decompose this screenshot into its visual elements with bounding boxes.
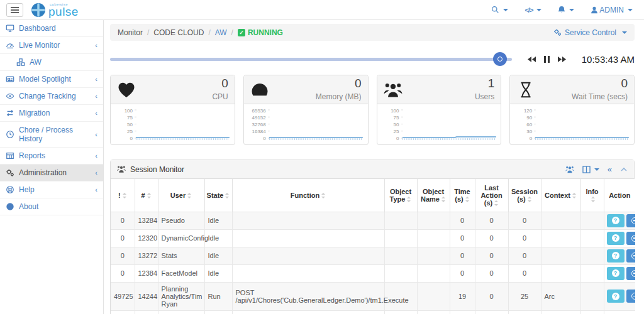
menu-toggle-button[interactable] [6,3,23,17]
col-time[interactable]: Time (s) [450,179,475,212]
cell-info [580,282,604,310]
chevron-left-icon: ‹ [95,186,97,193]
caret-down-icon [622,31,627,34]
cell-context [541,229,580,247]
cell-info [580,310,604,314]
top-navbar: cubewise pulse </> ADMIN [0,0,644,20]
eye-icon [6,92,14,100]
col-object-type[interactable]: Object Type [384,179,417,212]
col-last-action[interactable]: Last Action (s) [475,179,508,212]
cell-context: Arc [541,282,580,310]
main-content: Monitor / CODE CLOUD / AW / ✓ RUNNING Se… [104,20,644,314]
wait-time-card: 0 Wait Time (secs) 12090 6030 0 [509,75,635,145]
col-user[interactable]: User [158,179,204,212]
sidebar-item-model-spotlight[interactable]: Model Spotlight ‹ [0,71,103,88]
cell-id: 13384 [135,310,158,314]
sidebar-label: Reports [19,151,91,160]
slider-track[interactable] [110,58,512,61]
forward-button[interactable] [556,54,568,64]
cell-time: 0 [450,229,475,247]
session-info-button[interactable]: ? [607,249,625,263]
col-info[interactable]: Info [580,179,604,212]
users-icon [384,81,402,99]
cell-time: 0 [450,264,475,282]
admin-user-menu[interactable]: ADMIN [591,6,633,14]
col-id[interactable]: # [135,179,158,212]
col-function[interactable]: Function [232,179,384,212]
cell-context [541,212,580,229]
cell-info [580,229,604,247]
question-circle-icon: ? [612,269,619,277]
col-state[interactable]: State [204,179,232,212]
show-users-button[interactable] [565,166,574,173]
pause-button[interactable] [543,54,551,64]
breadcrumb-monitor[interactable]: Monitor [118,28,143,37]
session-info-button[interactable]: ? [607,232,625,245]
breadcrumb-aw[interactable]: AW [215,28,227,37]
table-icon [6,151,14,160]
exchange-icon [6,109,14,117]
time-slider[interactable] [110,52,512,66]
breadcrumb-code-cloud[interactable]: CODE CLOUD [153,28,204,37]
search-menu[interactable] [491,6,508,14]
tachometer-icon [6,41,14,50]
cell-user: FacetModel [158,264,204,282]
breadcrumb: Monitor / CODE CLOUD / AW / ✓ RUNNING Se… [110,24,635,41]
service-control-dropdown[interactable]: Service Control [553,28,627,37]
cell-object-type [384,264,417,282]
newspaper-icon [6,75,14,84]
memory-sparkline-chart [268,107,364,142]
col-alert[interactable]: ! [111,179,135,212]
sidebar-item-live-monitor[interactable]: Live Monitor ‹ [0,37,103,54]
sidebar-item-aw[interactable]: AW [0,54,103,71]
sidebar-item-administration[interactable]: Administration ‹ [0,165,103,181]
col-session[interactable]: Session (s) [508,179,541,212]
question-circle-icon: ? [612,252,619,259]
collapse-panel-button[interactable] [620,166,628,173]
cell-alert: 0 [111,264,135,282]
gears-icon [6,168,14,177]
cell-user: Stats [158,247,204,264]
col-context[interactable]: Context [541,179,580,212]
minus-circle-icon [631,252,635,259]
slider-handle[interactable] [493,52,507,66]
sidebar-item-dashboard[interactable]: Dashboard [0,20,103,37]
sort-icon [494,200,499,206]
pulse-logo[interactable]: cubewise pulse [31,3,79,18]
cell-session: 0 [508,247,541,264]
session-cancel-button[interactable] [626,249,636,263]
session-cancel-button[interactable] [626,290,636,303]
cpu-label: CPU [212,92,228,101]
stat-cards: 0 CPU 10075 5025 0 [110,75,635,145]
breadcrumb-separator: / [208,28,210,37]
breadcrumb-separator: / [231,28,233,37]
sidebar-item-help[interactable]: Help ‹ [0,181,103,198]
sidebar-item-reports[interactable]: Reports ‹ [0,148,103,165]
sort-icon [407,197,411,202]
sidebar-item-about[interactable]: About [0,198,103,215]
notifications-menu[interactable] [558,6,574,14]
session-cancel-button[interactable] [626,214,636,227]
cell-id: 13284 [135,212,158,229]
cell-info [580,264,604,282]
session-info-button[interactable]: ? [607,290,625,303]
cell-actions: ? [604,282,635,310]
cell-session: 0 [508,212,541,229]
minus-circle-icon [631,217,635,224]
collapse-left-button[interactable]: « [608,165,612,174]
code-menu[interactable]: </> [525,6,541,14]
cell-session: 0 [508,229,541,247]
session-cancel-button[interactable] [626,232,636,245]
col-action[interactable]: Action [604,179,635,212]
session-info-button[interactable]: ? [607,214,625,227]
cell-object-type [384,212,417,229]
session-cancel-button[interactable] [626,267,636,280]
col-object-name[interactable]: Object Name [417,179,450,212]
session-info-button[interactable]: ? [607,267,625,280]
sidebar-item-change-tracking[interactable]: Change Tracking ‹ [0,88,103,105]
columns-dropdown-button[interactable] [582,166,599,173]
rewind-button[interactable] [526,54,538,64]
sidebar-item-migration[interactable]: Migration ‹ [0,105,103,122]
cell-actions: ? [604,229,635,247]
sidebar-item-chore-process-history[interactable]: Chore / Process History ‹ [0,122,103,148]
